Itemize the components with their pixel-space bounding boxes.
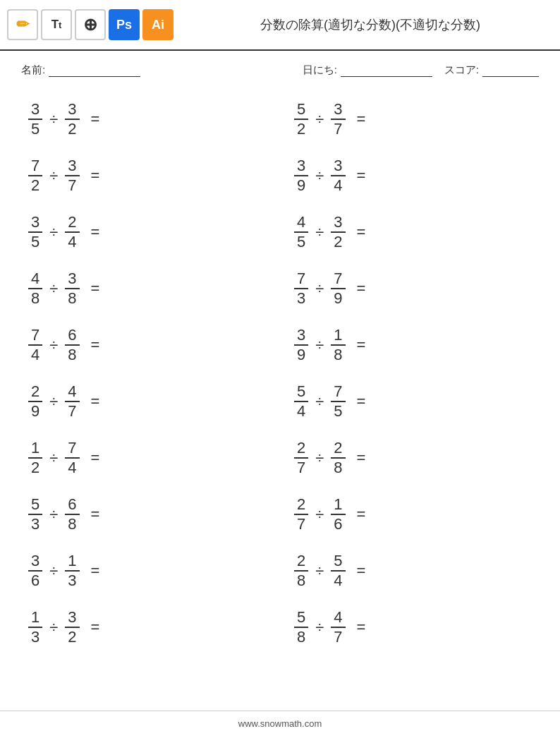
fraction-group: 1 3 ÷ 3 2 = bbox=[28, 609, 99, 646]
equals-sign: = bbox=[357, 167, 366, 185]
problem-19: 5 8 ÷ 4 7 = bbox=[280, 599, 546, 656]
div-symbol: ÷ bbox=[49, 167, 58, 185]
problem-16: 2 7 ÷ 2 8 = bbox=[280, 430, 546, 486]
div-symbol: ÷ bbox=[315, 223, 324, 241]
problem-5: 2 9 ÷ 4 7 = bbox=[14, 373, 280, 430]
fraction-group: 3 9 ÷ 1 8 = bbox=[294, 327, 365, 363]
ai-icon: Ai bbox=[142, 9, 174, 40]
equals-sign: = bbox=[91, 562, 100, 580]
equals-sign: = bbox=[91, 449, 100, 467]
fraction-1: 4 5 bbox=[294, 214, 308, 250]
fraction-group: 4 5 ÷ 3 2 = bbox=[294, 214, 365, 250]
fraction-1: 5 3 bbox=[28, 496, 42, 533]
fraction-2: 3 7 bbox=[65, 157, 79, 194]
problem-2: 3 5 ÷ 2 4 = bbox=[14, 204, 280, 260]
fraction-group: 3 5 ÷ 3 2 = bbox=[28, 101, 99, 138]
fraction-2: 3 2 bbox=[331, 214, 345, 250]
equals-sign: = bbox=[91, 392, 100, 411]
equals-sign: = bbox=[357, 392, 366, 411]
fraction-1: 1 2 bbox=[28, 440, 42, 476]
div-symbol: ÷ bbox=[315, 562, 324, 580]
problem-0: 3 5 ÷ 3 2 = bbox=[14, 91, 280, 147]
fraction-2: 3 2 bbox=[65, 609, 79, 646]
date-underline bbox=[341, 64, 432, 77]
fraction-1: 5 8 bbox=[294, 609, 308, 646]
equals-sign: = bbox=[357, 279, 366, 298]
compass-icon: ⊕ bbox=[75, 9, 106, 40]
div-symbol: ÷ bbox=[49, 336, 58, 354]
fraction-1: 2 8 bbox=[294, 552, 308, 589]
name-field: 名前: bbox=[21, 64, 140, 77]
fraction-2: 1 3 bbox=[65, 552, 79, 589]
equals-sign: = bbox=[357, 562, 366, 580]
div-symbol: ÷ bbox=[49, 505, 58, 524]
div-symbol: ÷ bbox=[49, 392, 58, 411]
problem-8: 3 6 ÷ 1 3 = bbox=[14, 543, 280, 599]
fraction-group: 5 4 ÷ 7 5 = bbox=[294, 383, 365, 420]
fraction-2: 7 4 bbox=[65, 440, 79, 476]
equals-sign: = bbox=[91, 279, 100, 298]
fraction-1: 3 6 bbox=[28, 552, 42, 589]
fraction-1: 5 4 bbox=[294, 383, 308, 420]
div-symbol: ÷ bbox=[49, 562, 58, 580]
page-title: 分数の除算(適切な分数)(不適切な分数) bbox=[188, 16, 553, 33]
problem-12: 4 5 ÷ 3 2 = bbox=[280, 204, 546, 260]
fraction-2: 1 8 bbox=[331, 327, 345, 363]
name-underline bbox=[49, 64, 140, 77]
fraction-1: 7 3 bbox=[294, 270, 308, 307]
fraction-2: 6 8 bbox=[65, 327, 79, 363]
fraction-2: 4 7 bbox=[331, 609, 345, 646]
fraction-1: 3 5 bbox=[28, 214, 42, 250]
fraction-1: 1 3 bbox=[28, 609, 42, 646]
fraction-1: 7 4 bbox=[28, 327, 42, 363]
equals-sign: = bbox=[357, 223, 366, 241]
div-symbol: ÷ bbox=[315, 505, 324, 524]
fraction-2: 7 9 bbox=[331, 270, 345, 307]
fraction-group: 3 5 ÷ 2 4 = bbox=[28, 214, 99, 250]
fraction-group: 2 9 ÷ 4 7 = bbox=[28, 383, 99, 420]
fraction-group: 2 7 ÷ 2 8 = bbox=[294, 440, 365, 476]
problem-3: 4 8 ÷ 3 8 = bbox=[14, 260, 280, 317]
problem-4: 7 4 ÷ 6 8 = bbox=[14, 317, 280, 373]
div-symbol: ÷ bbox=[315, 449, 324, 467]
problem-10: 5 2 ÷ 3 7 = bbox=[280, 91, 546, 147]
div-symbol: ÷ bbox=[315, 167, 324, 185]
fraction-group: 7 3 ÷ 7 9 = bbox=[294, 270, 365, 307]
fraction-1: 2 9 bbox=[28, 383, 42, 420]
header-icons: ✏ Tt ⊕ Ps Ai bbox=[7, 9, 174, 40]
footer: www.snowmath.com bbox=[0, 711, 560, 729]
problem-9: 1 3 ÷ 3 2 = bbox=[14, 599, 280, 656]
score-underline bbox=[482, 64, 539, 77]
equals-sign: = bbox=[91, 167, 100, 185]
equals-sign: = bbox=[91, 505, 100, 524]
fraction-2: 3 4 bbox=[331, 157, 345, 194]
fraction-group: 3 6 ÷ 1 3 = bbox=[28, 552, 99, 589]
fraction-2: 3 7 bbox=[331, 101, 345, 138]
equals-sign: = bbox=[357, 110, 366, 128]
fraction-2: 6 8 bbox=[65, 496, 79, 533]
equals-sign: = bbox=[357, 505, 366, 524]
fraction-group: 5 8 ÷ 4 7 = bbox=[294, 609, 365, 646]
problem-6: 1 2 ÷ 7 4 = bbox=[14, 430, 280, 486]
fraction-2: 3 2 bbox=[65, 101, 79, 138]
fraction-2: 2 4 bbox=[65, 214, 79, 250]
problem-17: 2 7 ÷ 1 6 = bbox=[280, 486, 546, 543]
ps-icon: Ps bbox=[109, 9, 140, 40]
fraction-2: 4 7 bbox=[65, 383, 79, 420]
problem-7: 5 3 ÷ 6 8 = bbox=[14, 486, 280, 543]
score-label: スコア: bbox=[444, 64, 479, 77]
header: ✏ Tt ⊕ Ps Ai 分数の除算(適切な分数)(不適切な分数) bbox=[0, 0, 560, 51]
div-symbol: ÷ bbox=[315, 110, 324, 128]
div-symbol: ÷ bbox=[315, 392, 324, 411]
fraction-1: 3 9 bbox=[294, 327, 308, 363]
fraction-2: 5 4 bbox=[331, 552, 345, 589]
problem-1: 7 2 ÷ 3 7 = bbox=[14, 147, 280, 204]
tt-icon: Tt bbox=[41, 9, 72, 40]
fraction-group: 2 8 ÷ 5 4 = bbox=[294, 552, 365, 589]
col-left: 3 5 ÷ 3 2 = 7 2 ÷ 3 7 = 3 bbox=[14, 91, 280, 656]
fraction-group: 2 7 ÷ 1 6 = bbox=[294, 496, 365, 533]
fraction-group: 4 8 ÷ 3 8 = bbox=[28, 270, 99, 307]
fraction-1: 7 2 bbox=[28, 157, 42, 194]
fraction-group: 7 2 ÷ 3 7 = bbox=[28, 157, 99, 194]
fraction-1: 3 9 bbox=[294, 157, 308, 194]
